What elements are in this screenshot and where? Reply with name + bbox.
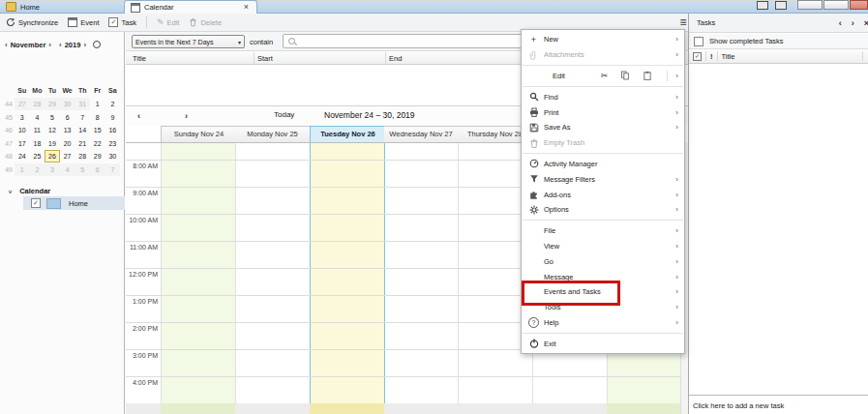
next-month-icon[interactable]: ›	[45, 41, 54, 49]
minimonth-day[interactable]: 2	[105, 98, 121, 110]
completed-column-icon[interactable]: ✓	[693, 52, 702, 61]
minimonth-day[interactable]: 8	[90, 111, 105, 124]
offhours-cell[interactable]	[161, 403, 235, 414]
minimonth-day[interactable]: 29	[90, 150, 105, 163]
minimonth-day[interactable]: 3	[15, 111, 30, 124]
offhours-cell[interactable]	[310, 403, 384, 414]
minimonth-day[interactable]: 24	[15, 150, 30, 163]
minimonth-day[interactable]: 17	[15, 137, 30, 150]
tasks-next-icon[interactable]: ›	[847, 18, 859, 28]
menu-item-options[interactable]: Options›	[522, 202, 684, 218]
column-end[interactable]: End	[389, 54, 402, 63]
minimonth-day[interactable]: 28	[30, 98, 45, 110]
minimonth-day[interactable]: 1	[90, 98, 105, 110]
offhours-cell[interactable]	[458, 403, 532, 414]
menu-item-save-as[interactable]: Save As›	[522, 120, 684, 135]
synchronize-button[interactable]: Synchronize	[6, 17, 58, 27]
minimonth-day[interactable]: 19	[45, 137, 60, 150]
offhours-cell[interactable]	[532, 403, 607, 414]
today-circle-icon[interactable]	[93, 41, 101, 48]
minimonth-day[interactable]: 11	[30, 124, 45, 136]
calendar-view-button[interactable]	[757, 1, 768, 10]
minimonth-day[interactable]: 27	[15, 98, 30, 110]
menu-item-print[interactable]: Print›	[522, 104, 684, 120]
menu-item-activity-manager[interactable]: Activity Manager	[522, 157, 684, 172]
next-week-icon[interactable]: ›	[185, 111, 188, 121]
copy-icon[interactable]	[620, 71, 630, 80]
offhours-cell[interactable]	[235, 403, 310, 414]
today-button[interactable]: Today	[274, 110, 294, 119]
minimonth-day[interactable]: 3	[45, 163, 60, 176]
paste-icon[interactable]	[643, 71, 652, 80]
tab-calendar[interactable]: Calendar ×	[124, 0, 257, 14]
column-title[interactable]: Title	[133, 54, 146, 63]
minimonth-day[interactable]: 30	[60, 98, 75, 110]
menu-item-empty-trash[interactable]: Empty Trash	[522, 135, 684, 151]
minimonth-day[interactable]: 22	[90, 137, 105, 150]
minimonth-day[interactable]: 23	[105, 137, 121, 150]
minimonth-day[interactable]: 4	[30, 111, 45, 124]
new-task-button[interactable]: ✓ Task	[108, 17, 135, 27]
minimonth-day[interactable]: 2	[30, 163, 45, 176]
minimonth-day[interactable]: 30	[105, 150, 121, 163]
menu-item-view[interactable]: View›	[522, 239, 684, 254]
priority-column[interactable]: !	[706, 52, 717, 61]
tasks-previous-icon[interactable]: ‹	[834, 18, 847, 28]
previous-week-icon[interactable]: ‹	[137, 111, 140, 121]
minimonth-day[interactable]: 25	[30, 150, 45, 163]
close-button[interactable]	[850, 0, 868, 10]
minimonth-day[interactable]: 15	[90, 124, 105, 136]
grid-column-sunday-nov-24[interactable]	[161, 142, 235, 414]
minimonth-day[interactable]: 6	[60, 111, 75, 124]
previous-year-icon[interactable]: ‹	[56, 41, 65, 49]
new-event-button[interactable]: Event	[68, 17, 99, 27]
minimonth-day[interactable]: 5	[75, 163, 90, 176]
maximize-button[interactable]	[823, 0, 849, 10]
delete-button[interactable]: Delete	[189, 17, 222, 27]
minimonth-day[interactable]: 20	[60, 137, 75, 150]
minimonth-day[interactable]: 21	[75, 137, 90, 150]
column-start[interactable]: Start	[257, 54, 273, 63]
menu-item-find[interactable]: Find›	[522, 89, 684, 104]
tab-home[interactable]: Home	[0, 0, 114, 14]
tasks-close-icon[interactable]: ×	[859, 18, 868, 28]
offhours-cell[interactable]	[607, 403, 680, 414]
menu-item-message-filters[interactable]: Message Filters›	[522, 171, 684, 187]
calendar-list-item-home[interactable]: ✓ Home	[23, 196, 125, 210]
menu-item-go[interactable]: Go›	[522, 253, 684, 269]
grid-column-tuesday-nov-26[interactable]	[310, 142, 384, 414]
minimonth-day[interactable]: 13	[60, 124, 75, 136]
add-task-row[interactable]: Click here to add a new task	[689, 395, 868, 414]
minimonth-day[interactable]: 12	[45, 124, 60, 136]
grid-column-monday-nov-25[interactable]	[235, 142, 310, 414]
minimonth-day[interactable]: 1	[15, 163, 30, 176]
minimonth-day[interactable]: 16	[105, 124, 121, 136]
menu-item-exit[interactable]: Exit	[522, 336, 684, 351]
tasks-view-button[interactable]	[775, 1, 787, 10]
minimonth-day[interactable]: 5	[45, 111, 60, 124]
minimonth-day[interactable]: 6	[90, 163, 105, 176]
next-year-icon[interactable]: ›	[80, 41, 89, 49]
minimonth-day[interactable]: 9	[105, 111, 121, 124]
minimonth-day[interactable]: 14	[75, 124, 90, 136]
menu-item-attachments[interactable]: Attachments›	[522, 47, 684, 63]
show-completed-row[interactable]: Show completed Tasks	[689, 34, 868, 48]
menu-item-file[interactable]: File›	[522, 223, 684, 239]
tab-close-icon[interactable]: ×	[242, 3, 251, 12]
minimonth-day[interactable]: 7	[105, 163, 121, 176]
edit-button[interactable]: ✎ Edit	[157, 17, 179, 27]
minimonth-day[interactable]: 28	[75, 150, 90, 163]
minimonth-day[interactable]: 27	[60, 150, 75, 163]
offhours-cell[interactable]	[384, 403, 458, 414]
minimonth-day[interactable]: 7	[75, 111, 90, 124]
minimize-button[interactable]	[797, 0, 823, 10]
minimonth-day[interactable]: 10	[15, 124, 30, 136]
minimonth-day[interactable]: 18	[30, 137, 45, 150]
cut-icon[interactable]: ✂	[601, 71, 609, 80]
minimonth-day[interactable]: 31	[75, 98, 90, 110]
event-range-dropdown[interactable]: Events in the Next 7 Days ▾	[132, 35, 245, 48]
menu-item-add-ons[interactable]: Add-ons›	[522, 187, 684, 202]
minimonth-day[interactable]: 29	[45, 98, 60, 110]
menu-item-edit[interactable]: Edit✂›	[522, 69, 684, 84]
minimonth-day-selected[interactable]: 26	[45, 150, 60, 163]
